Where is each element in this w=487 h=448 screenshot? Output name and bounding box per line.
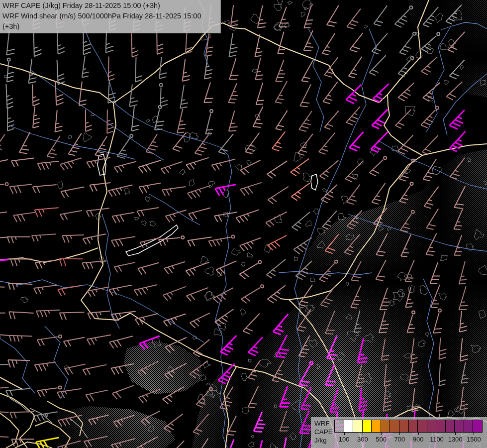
cape-colorbar-cell xyxy=(335,420,344,432)
cape-colorbar-tick-label: 100 xyxy=(339,436,350,443)
weather-map-canvas xyxy=(0,0,487,448)
cape-colorbar-cell xyxy=(417,420,427,432)
cape-colorbar-cell xyxy=(464,420,473,432)
title-box: WRF CAPE (J/kg) Friday 28-11-2025 15:00 … xyxy=(0,0,221,33)
cape-colorbar-cell xyxy=(445,420,455,432)
cape-colorbar-tick xyxy=(381,432,382,435)
cape-colorbar-cell xyxy=(408,420,418,432)
weather-map-page: WRF CAPE (J/kg) Friday 28-11-2025 15:00 … xyxy=(0,0,487,448)
cape-colorbar xyxy=(334,420,483,433)
cape-colorbar-cell xyxy=(381,420,390,432)
legend-label-model: WRF xyxy=(314,419,334,428)
cape-colorbar-cell xyxy=(399,420,408,432)
cape-colorbar-tick xyxy=(455,432,456,435)
cape-colorbar-tick-label: 1100 xyxy=(430,436,444,443)
cape-colorbar-tick-label: 1500 xyxy=(467,436,481,443)
cape-legend: WRF CAPE J/kg 10030050070090011001300150… xyxy=(311,417,487,448)
cape-colorbar-tick xyxy=(399,432,400,435)
cape-colorbar-cell xyxy=(353,420,362,432)
title-line-1: WRF CAPE (J/kg) Friday 28-11-2025 15:00 … xyxy=(2,0,217,11)
cape-colorbar-tick xyxy=(344,432,345,435)
cape-colorbar-tick-label: 1300 xyxy=(448,436,463,443)
cape-colorbar-tick xyxy=(474,432,474,435)
cape-colorbar-cell xyxy=(390,420,399,432)
cape-legend-labels: WRF CAPE J/kg xyxy=(311,417,334,448)
cape-colorbar-tick xyxy=(363,432,363,435)
cape-colorbar-tick-label: 700 xyxy=(394,436,405,443)
title-line-2: WRF Wind shear (m/s) 500/1000hPa Friday … xyxy=(2,11,217,32)
cape-colorbar-tick-label: 300 xyxy=(357,436,368,443)
cape-colorbar-tick-label: 500 xyxy=(376,436,387,443)
cape-colorbar-cell xyxy=(344,420,353,432)
cape-colorbar-tick xyxy=(418,432,419,435)
cape-colorbar-cell xyxy=(371,420,381,432)
cape-colorbar-tick-label: 900 xyxy=(413,436,424,443)
cape-colorbar-wrap: 100300500700900110013001500 xyxy=(334,417,487,448)
legend-label-unit: J/kg xyxy=(314,436,334,445)
cape-colorbar-cell xyxy=(473,420,482,432)
cape-colorbar-tick xyxy=(437,432,437,435)
legend-label-field: CAPE xyxy=(314,428,334,436)
cape-colorbar-cell xyxy=(454,420,464,432)
cape-colorbar-cell xyxy=(436,420,445,432)
cape-colorbar-cell xyxy=(362,420,372,432)
cape-colorbar-cell xyxy=(427,420,436,432)
